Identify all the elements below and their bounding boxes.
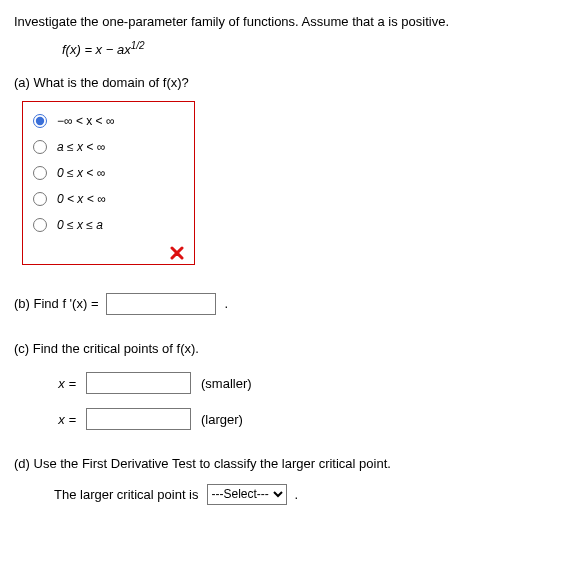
part-a-radio-group: −∞ < x < ∞ a ≤ x < ∞ 0 ≤ x < ∞ 0 < x < ∞… bbox=[22, 101, 195, 265]
part-d-line: The larger critical point is ---Select--… bbox=[54, 484, 558, 505]
part-c-prompt: (c) Find the critical points of f(x). bbox=[14, 339, 558, 359]
part-b: (b) Find f '(x) = . bbox=[14, 293, 558, 315]
domain-option-label: 0 ≤ x < ∞ bbox=[57, 164, 105, 182]
domain-radio-0[interactable] bbox=[33, 114, 47, 128]
critical-larger-input[interactable] bbox=[86, 408, 191, 430]
part-d-text: The larger critical point is bbox=[54, 485, 199, 505]
domain-option-label: −∞ < x < ∞ bbox=[57, 112, 114, 130]
x-equals-label: x = bbox=[42, 374, 76, 394]
smaller-hint: (smaller) bbox=[201, 374, 252, 394]
domain-option-2[interactable]: 0 ≤ x < ∞ bbox=[31, 160, 186, 186]
domain-option-4[interactable]: 0 ≤ x ≤ a bbox=[31, 212, 186, 238]
fprime-input[interactable] bbox=[106, 293, 216, 315]
domain-radio-4[interactable] bbox=[33, 218, 47, 232]
larger-hint: (larger) bbox=[201, 410, 243, 430]
part-c-rows: x = (smaller) x = (larger) bbox=[42, 372, 558, 430]
part-b-prompt: (b) Find f '(x) = bbox=[14, 294, 98, 314]
part-d-prompt: (d) Use the First Derivative Test to cla… bbox=[14, 454, 558, 474]
domain-radio-2[interactable] bbox=[33, 166, 47, 180]
domain-radio-3[interactable] bbox=[33, 192, 47, 206]
x-equals-label: x = bbox=[42, 410, 76, 430]
function-definition: f(x) = x − ax1/2 bbox=[62, 38, 558, 60]
incorrect-icon bbox=[170, 246, 184, 260]
domain-option-1[interactable]: a ≤ x < ∞ bbox=[31, 134, 186, 160]
critical-point-row-larger: x = (larger) bbox=[42, 408, 558, 430]
part-a-prompt: (a) What is the domain of f(x)? bbox=[14, 73, 558, 93]
domain-option-label: 0 ≤ x ≤ a bbox=[57, 216, 103, 234]
domain-radio-1[interactable] bbox=[33, 140, 47, 154]
domain-option-label: a ≤ x < ∞ bbox=[57, 138, 105, 156]
classification-select[interactable]: ---Select--- bbox=[207, 484, 287, 505]
part-b-trail: . bbox=[224, 294, 228, 314]
part-d-trail: . bbox=[295, 485, 299, 505]
domain-option-0[interactable]: −∞ < x < ∞ bbox=[31, 108, 186, 134]
domain-option-label: 0 < x < ∞ bbox=[57, 190, 106, 208]
domain-option-3[interactable]: 0 < x < ∞ bbox=[31, 186, 186, 212]
intro-text: Investigate the one-parameter family of … bbox=[14, 12, 558, 32]
critical-smaller-input[interactable] bbox=[86, 372, 191, 394]
critical-point-row-smaller: x = (smaller) bbox=[42, 372, 558, 394]
